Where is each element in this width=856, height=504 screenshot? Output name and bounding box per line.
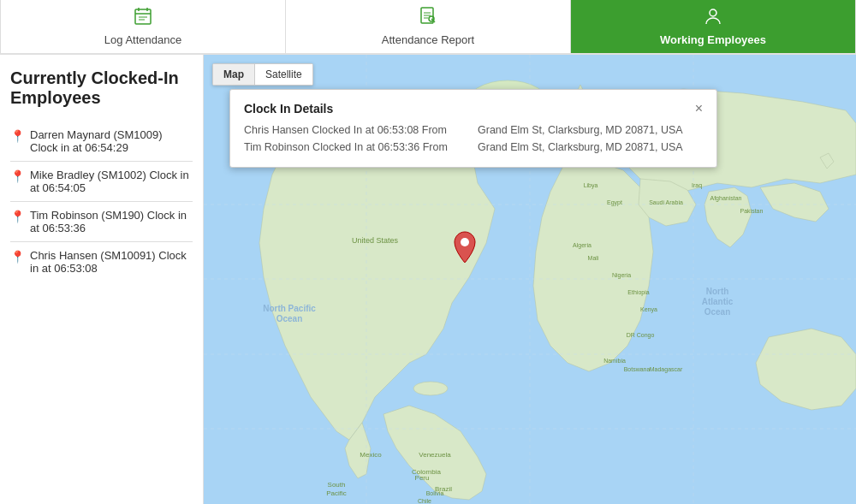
- employee-sidebar: Currently Clocked-In Employees 📍 Darren …: [0, 55, 204, 504]
- svg-text:Ocean: Ocean: [704, 307, 731, 317]
- svg-text:Mexico: Mexico: [360, 451, 382, 459]
- svg-text:Pakistan: Pakistan: [740, 208, 764, 214]
- svg-text:Afghanistan: Afghanistan: [710, 195, 742, 202]
- svg-text:Atlantic: Atlantic: [702, 297, 734, 306]
- page-content: Currently Clocked-In Employees 📍 Darren …: [0, 55, 856, 504]
- location-pin-icon: 📍: [10, 129, 25, 143]
- clock-in-description-1: Tim Robinson Clocked In at 06:53:36 From: [244, 141, 469, 153]
- clock-in-description-0: Chris Hansen Clocked In at 06:53:08 From: [244, 124, 469, 136]
- tab-working-employees-label: Working Employees: [660, 33, 766, 46]
- map-background[interactable]: North Pacific Ocean North Atlantic Ocean…: [204, 55, 856, 504]
- clock-in-details-popup: Clock In Details × Chris Hansen Clocked …: [229, 89, 717, 168]
- page-title: Currently Clocked-In Employees: [10, 68, 193, 108]
- svg-text:Pacific: Pacific: [326, 489, 347, 497]
- map-toggle-controls: Map Satellite: [212, 63, 313, 86]
- popup-header: Clock In Details ×: [244, 102, 703, 116]
- clock-in-entry-1: Tim Robinson Clocked In at 06:53:36 From…: [244, 141, 703, 153]
- map-area: North Pacific Ocean North Atlantic Ocean…: [204, 55, 856, 504]
- log-attendance-icon: [134, 7, 152, 30]
- list-item: 📍 Mike Bradley (SM1002) Clock in at 06:5…: [10, 162, 193, 202]
- svg-text:Iraq: Iraq: [692, 182, 702, 189]
- svg-text:DR Congo: DR Congo: [627, 332, 655, 339]
- popup-title: Clock In Details: [244, 102, 333, 116]
- location-pin-icon: 📍: [10, 169, 25, 183]
- svg-text:Nigeria: Nigeria: [612, 272, 631, 279]
- svg-text:Kenya: Kenya: [640, 306, 657, 313]
- svg-text:North Pacific: North Pacific: [263, 304, 316, 313]
- svg-text:Algeria: Algeria: [573, 242, 591, 249]
- employee-name: Chris Hansen (SM10091) Clock in at 06:53…: [30, 249, 193, 275]
- tab-log-attendance-label: Log Attendance: [104, 33, 181, 46]
- employee-name: Tim Robinson (SM190) Clock in at 06:53:3…: [30, 209, 193, 234]
- svg-text:Ethiopia: Ethiopia: [627, 289, 649, 296]
- svg-text:Mali: Mali: [588, 255, 599, 261]
- svg-text:Egypt: Egypt: [607, 199, 622, 206]
- popup-close-button[interactable]: ×: [695, 102, 703, 116]
- list-item: 📍 Tim Robinson (SM190) Clock in at 06:53…: [10, 202, 193, 242]
- svg-text:Chile: Chile: [418, 498, 431, 504]
- map-view-button[interactable]: Map: [213, 64, 255, 85]
- svg-point-12: [710, 9, 716, 16]
- tab-attendance-report-label: Attendance Report: [382, 33, 474, 46]
- svg-text:United States: United States: [352, 236, 399, 245]
- svg-text:Libya: Libya: [584, 182, 598, 189]
- svg-point-59: [461, 238, 469, 246]
- working-employees-icon: [704, 7, 722, 30]
- top-navigation: Log Attendance Attendance Report Working…: [0, 0, 856, 55]
- tab-attendance-report[interactable]: Attendance Report: [286, 0, 571, 53]
- svg-text:South: South: [328, 481, 346, 489]
- svg-text:Peru: Peru: [415, 474, 430, 482]
- tab-log-attendance[interactable]: Log Attendance: [0, 0, 286, 53]
- svg-point-15: [413, 382, 448, 395]
- svg-text:Venezuela: Venezuela: [419, 451, 451, 459]
- clock-in-address-1: Grand Elm St, Clarksburg, MD 20871, USA: [478, 141, 703, 153]
- list-item: 📍 Chris Hansen (SM10091) Clock in at 06:…: [10, 242, 193, 282]
- location-pin-icon: 📍: [10, 210, 25, 223]
- svg-text:Saudi Arabia: Saudi Arabia: [649, 199, 683, 205]
- svg-text:Ocean: Ocean: [276, 314, 303, 323]
- attendance-report-icon: [419, 7, 437, 30]
- location-pin-icon: 📍: [10, 250, 25, 264]
- svg-text:Namibia: Namibia: [603, 358, 626, 364]
- svg-text:Botswana: Botswana: [624, 366, 651, 372]
- employee-name: Mike Bradley (SM1002) Clock in at 06:54:…: [30, 169, 193, 194]
- clock-in-address-0: Grand Elm St, Clarksburg, MD 20871, USA: [478, 124, 703, 136]
- svg-text:Madagascar: Madagascar: [650, 366, 683, 373]
- list-item: 📍 Darren Maynard (SM1009) Clock in at 06…: [10, 122, 193, 162]
- svg-text:Bolivia: Bolivia: [426, 490, 444, 496]
- tab-working-employees[interactable]: Working Employees: [571, 0, 856, 53]
- clock-in-entry-0: Chris Hansen Clocked In at 06:53:08 From…: [244, 124, 703, 136]
- svg-text:North: North: [706, 287, 729, 296]
- satellite-view-button[interactable]: Satellite: [255, 64, 312, 85]
- employee-name: Darren Maynard (SM1009) Clock in at 06:5…: [30, 128, 193, 154]
